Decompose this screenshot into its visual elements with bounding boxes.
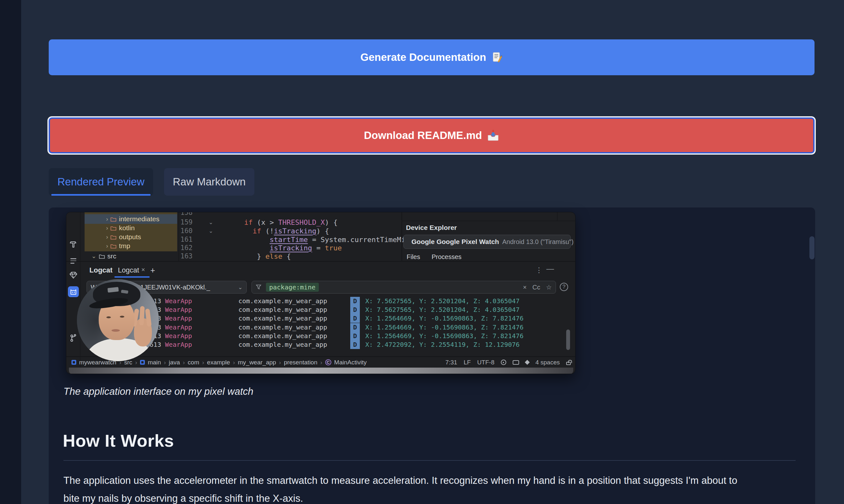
left-edge-strip bbox=[0, 0, 21, 504]
desk-reflection-bar bbox=[69, 367, 573, 374]
logcat-cat-icon bbox=[68, 286, 79, 297]
device-tab-processes: Processes bbox=[432, 253, 461, 260]
line-number: 161 bbox=[175, 235, 193, 244]
fold-chevron-icon: ⌄ bbox=[209, 218, 215, 227]
device-name: Google Google Pixel Watch bbox=[411, 238, 499, 246]
line-number: 159 bbox=[175, 218, 193, 227]
clear-filter-icon: × bbox=[523, 284, 527, 291]
tree-item-tmp: › tmp bbox=[106, 241, 130, 251]
preview-scrollbar-thumb[interactable] bbox=[809, 236, 814, 259]
logcat-filter-input: package:mine × Cc ☆ bbox=[251, 281, 556, 294]
code-line-160: if (!isTracking) { bbox=[244, 227, 329, 235]
lock-circle-icon bbox=[501, 360, 506, 365]
log-row: 18613WearAppcom.example.my_wear_appDX: 2… bbox=[81, 340, 576, 349]
person-mouth bbox=[111, 329, 120, 332]
studio-status-bar: mywearwatch› src› main› java› com› examp… bbox=[66, 357, 576, 367]
inbox-tray-icon bbox=[487, 129, 499, 142]
line-col-indicator: 7:31 bbox=[445, 359, 457, 366]
line-number: 158 bbox=[175, 212, 193, 217]
line-number: 160 bbox=[175, 227, 193, 235]
code-line-161: startTime = System.currentTimeMillis() bbox=[244, 235, 431, 244]
logcat-minimize-icon: — bbox=[546, 264, 554, 273]
logcat-active-tab-underline bbox=[115, 276, 150, 277]
fold-chevron-icon: ⌄ bbox=[209, 227, 215, 235]
line-ending-indicator: LF bbox=[464, 359, 471, 366]
diamond-icon bbox=[525, 360, 530, 365]
chevron-down-icon: ⌄ bbox=[238, 284, 243, 291]
device-panel-top-divider bbox=[402, 221, 576, 221]
logcat-tab: Logcat bbox=[118, 266, 139, 274]
star-icon: ☆ bbox=[546, 283, 552, 291]
logcat-add-tab-icon: + bbox=[150, 266, 155, 275]
code-line-159: if (x > THRESHOLD_X) { bbox=[244, 218, 337, 227]
device-explorer-device-dropdown: Google Google Pixel Watch Android 13.0 (… bbox=[403, 235, 571, 249]
code-line-163: } else { bbox=[244, 252, 291, 260]
tree-item-outputs: › outputs bbox=[106, 232, 141, 242]
tab-raw-markdown-label: Raw Markdown bbox=[173, 176, 245, 188]
generate-documentation-label: Generate Documentation bbox=[361, 51, 486, 64]
section-heading: How It Works bbox=[63, 431, 174, 451]
paragraph-line: The application uses the accelerometer i… bbox=[64, 475, 737, 486]
logcat-window-title: Logcat bbox=[89, 266, 112, 274]
gem-icon bbox=[69, 271, 78, 280]
logcat-top-divider bbox=[66, 261, 576, 262]
markdown-preview-panel: › intermediates › kotlin › outputs › tmp… bbox=[49, 208, 815, 504]
unlock-icon bbox=[566, 362, 571, 365]
encoding-indicator: UTF-8 bbox=[477, 359, 494, 366]
filter-chip: package:mine bbox=[266, 283, 319, 292]
active-tab-underline bbox=[51, 194, 151, 196]
device-tab-files: Files bbox=[407, 253, 420, 260]
image-caption: The application interface on my pixel wa… bbox=[64, 386, 253, 397]
line-number: 162 bbox=[175, 244, 193, 252]
tab-rendered-preview[interactable]: Rendered Preview bbox=[49, 168, 153, 196]
person-eye bbox=[120, 316, 124, 318]
tab-raw-markdown[interactable]: Raw Markdown bbox=[164, 168, 254, 196]
tab-rendered-preview-label: Rendered Preview bbox=[57, 176, 144, 188]
logcat-scrollbar-thumb bbox=[566, 329, 570, 350]
heading-divider bbox=[64, 460, 796, 461]
help-icon: ? bbox=[560, 283, 568, 291]
filter-funnel-icon bbox=[256, 284, 262, 290]
module-icon bbox=[140, 360, 145, 365]
tree-item-kotlin: › kotlin bbox=[106, 223, 135, 233]
code-line-162: isTracking = true bbox=[244, 244, 342, 252]
line-number: 163 bbox=[175, 252, 193, 260]
logcat-more-icon: ⋮ bbox=[535, 266, 543, 274]
app-root: Generate Documentation Download README.m… bbox=[0, 0, 844, 504]
match-case-icon: Cc bbox=[532, 284, 540, 291]
frame-icon bbox=[513, 360, 519, 365]
indent-indicator: 4 spaces bbox=[535, 359, 560, 366]
tree-item-src: ⌄ src bbox=[91, 251, 116, 261]
logcat-tab-close-icon: × bbox=[141, 266, 145, 273]
tree-item-intermediates: › intermediates bbox=[106, 214, 159, 224]
version-control-icon bbox=[69, 334, 78, 343]
status-right-group: 7:31 LF UTF-8 4 spaces bbox=[445, 359, 571, 366]
generate-documentation-button[interactable]: Generate Documentation bbox=[49, 39, 814, 75]
webcam-overlay bbox=[77, 279, 159, 361]
person-eye bbox=[106, 317, 111, 318]
device-os: Android 13.0 ("Tiramisu") bbox=[502, 238, 573, 246]
paragraph-line: bite my nails by observing a specific sh… bbox=[64, 493, 303, 504]
download-readme-label: Download README.md bbox=[364, 129, 482, 142]
memo-icon bbox=[491, 52, 503, 63]
device-explorer-title: Device Explorer bbox=[406, 224, 457, 232]
class-icon: C bbox=[325, 359, 331, 365]
editor-device-divider bbox=[402, 212, 402, 261]
device-panel-corner-divider bbox=[557, 212, 558, 221]
module-icon bbox=[71, 360, 76, 365]
build-hammer-icon bbox=[69, 240, 78, 249]
download-readme-button[interactable]: Download README.md bbox=[49, 118, 814, 154]
